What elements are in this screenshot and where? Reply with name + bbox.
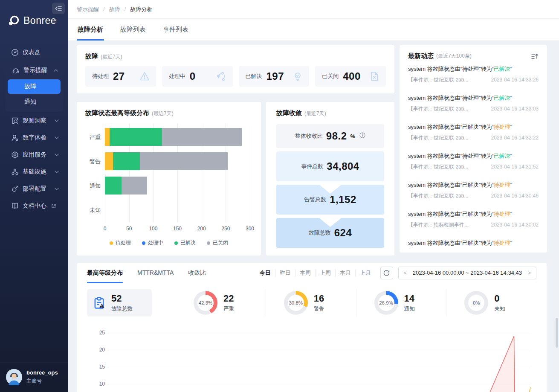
stat-label: 待处理 — [92, 73, 109, 80]
bar-stack[interactable] — [105, 177, 147, 195]
stat-tile-processing[interactable]: 处理中 0 — [162, 66, 233, 87]
sidebar-collapse-icon[interactable] — [52, 3, 65, 14]
card-subtitle: (最近7天100条) — [436, 52, 472, 60]
sidebar-item-app-service[interactable]: 应用服务 — [5, 147, 63, 163]
bar-segment-已解决[interactable] — [113, 152, 139, 170]
feed-status: 待处理 — [494, 211, 510, 217]
preset-this-month[interactable]: 本月 — [335, 269, 355, 277]
user-experience-icon — [11, 134, 19, 142]
feed-item[interactable]: system 将故障状态由“已解决”转为“待处理”【事件源：世纪互联-zab..… — [408, 181, 539, 199]
bar-segment-已关闭[interactable] — [162, 128, 242, 146]
avatar — [6, 369, 22, 385]
clipboard-alert-icon — [93, 296, 106, 310]
x-tick-label: 0 — [104, 226, 107, 232]
scrollbar-thumb[interactable] — [556, 318, 558, 348]
latest-activity-card: 最新动态 (最近7天100条) system 将故障状态由“待处理”转为“已解决… — [400, 45, 547, 253]
infrastructure-icon — [11, 168, 19, 176]
feed-text: system 将故障状态由“待处理”转为“已解决” — [408, 152, 539, 160]
sidebar-item-label: 观测洞察 — [23, 117, 46, 125]
sidebar-item-fault[interactable]: 故障 — [8, 79, 61, 94]
breadcrumb-item[interactable]: 故障 — [109, 6, 120, 13]
stat-tile-resolved[interactable]: 已解决 197 — [239, 66, 310, 87]
legend-item[interactable]: 待处理 — [110, 239, 131, 247]
severity-distribution-card: 故障状态最高等级分布(最近7天) 严重警告通知未知 05010015020025… — [77, 102, 261, 256]
feed-status: 已解决 — [494, 66, 510, 72]
legend-label: 待处理 — [116, 239, 131, 247]
funnel-row: 整体收敛比98.2% — [276, 124, 384, 148]
preset-this-week[interactable]: 本周 — [295, 269, 315, 277]
preset-last-month[interactable]: 上月 — [355, 269, 375, 277]
tab-event-list[interactable]: 事件列表 — [162, 19, 189, 41]
tab-fault-list[interactable]: 故障列表 — [119, 19, 147, 41]
bar-segment-已关闭[interactable] — [140, 152, 228, 170]
tab-fault-analysis[interactable]: 故障分析 — [77, 19, 104, 41]
observe-icon — [11, 117, 19, 125]
legend-item[interactable]: 已关闭 — [207, 239, 228, 247]
sidebar-item-docs[interactable]: 文档中心 — [5, 198, 63, 214]
refresh-icon — [383, 270, 390, 276]
chevron-right-icon[interactable]: > — [528, 270, 531, 276]
tab-top-severity[interactable]: 最高等级分布 — [87, 263, 123, 283]
legend-item[interactable]: 已解决 — [174, 239, 196, 247]
analysis-card: 最高等级分布 MTTR&MTTA 收敛比 今日 昨日 本周 上周 本月 上月 — [77, 263, 547, 392]
stat-text: 22严重 — [223, 293, 234, 313]
sidebar-item-observe[interactable]: 观测洞察 — [5, 113, 63, 129]
bar-row: 通知 — [105, 174, 250, 198]
feed-item[interactable]: system 将故障状态由“待处理”转为“已解决”【事件源：世纪互联-zab..… — [408, 152, 539, 170]
bar-stack[interactable] — [105, 152, 228, 170]
preset-last-week[interactable]: 上周 — [315, 269, 335, 277]
fault-summary-card: 故障(最近7天) 待处理 27 处理中 0 已解决 197 — [77, 45, 394, 93]
feed-time: 2023-04-16 14:33:03 — [491, 105, 539, 112]
donut-percent: 42.3% — [194, 291, 217, 315]
feed-item[interactable]: system 将故障状态由“待处理”转为“已解决”【事件源：世纪互联-zab..… — [408, 65, 539, 83]
feed-status: 已解决 — [494, 95, 510, 101]
stat-text: 16警告 — [314, 293, 324, 313]
tab-mttr-mtta[interactable]: MTTR&MTTA — [137, 263, 174, 283]
bar-segment-待处理[interactable] — [105, 152, 113, 170]
fault-total-label: 故障总数 — [111, 305, 133, 313]
bar-segment-已解决[interactable] — [110, 128, 162, 146]
sort-ascending-icon[interactable] — [531, 53, 539, 59]
card-subtitle: (最近7天) — [101, 54, 122, 60]
refresh-button[interactable] — [380, 267, 393, 279]
donut-percent: 0% — [464, 291, 488, 315]
date-range-picker[interactable]: < 2023-04-16 00:00:00 ~ 2023-04-16 14:34… — [398, 267, 536, 279]
x-tick-label: 250 — [221, 226, 230, 232]
legend-item[interactable]: 处理中 — [142, 239, 163, 247]
sidebar: Bonree 仪表盘 警示提醒 故障 通知 观测洞察 数字体验 — [0, 0, 68, 392]
preset-yesterday[interactable]: 昨日 — [275, 269, 295, 277]
sidebar-item-notice[interactable]: 通知 — [8, 95, 61, 109]
trend-line-chart: 25201510 — [95, 326, 535, 392]
feed-text: system 将故障状态由“已解决”转为“待处理” — [408, 123, 539, 131]
funnel-row: 事件总数34,804 — [276, 151, 384, 181]
bar-segment-已解决[interactable] — [105, 177, 122, 195]
feed-item[interactable]: system 将故障状态由“待处理”转为“已解决”【事件源：世纪互联-zab..… — [408, 94, 539, 112]
bar-segment-待处理[interactable] — [105, 128, 110, 146]
feed-item[interactable]: system 将故障状态由“已解决”转为“待处理”【事件源：指标检测事件...2… — [408, 210, 539, 228]
sidebar-item-digital-experience[interactable]: 数字体验 — [5, 130, 63, 146]
feed-meta: 【事件源：世纪互联-zab...2023-04-16 14:32:22 — [408, 134, 539, 141]
chevron-down-icon — [55, 136, 59, 139]
feed-item[interactable]: system 将故障状态由“已解决”转为“待处理” — [408, 239, 539, 247]
stat-tile-pending[interactable]: 待处理 27 — [85, 66, 156, 87]
sidebar-item-infrastructure[interactable]: 基础设施 — [5, 164, 63, 180]
feed-item[interactable]: system 将故障状态由“已解决”转为“待处理”【事件源：世纪互联-zab..… — [408, 123, 539, 141]
breadcrumb-separator: / — [103, 6, 105, 12]
donut-percent: 30.8% — [284, 291, 308, 315]
line-chart-canvas — [95, 326, 535, 392]
sidebar-item-dashboard[interactable]: 仪表盘 — [5, 44, 63, 61]
preset-today[interactable]: 今日 — [255, 269, 275, 277]
tab-convergence-ratio[interactable]: 收敛比 — [188, 263, 206, 283]
breadcrumb-item[interactable]: 警示提醒 — [77, 6, 99, 13]
info-icon[interactable] — [359, 132, 365, 140]
feed-list: system 将故障状态由“待处理”转为“已解决”【事件源：世纪互联-zab..… — [408, 65, 539, 247]
sidebar-item-alerts[interactable]: 警示提醒 — [6, 62, 62, 78]
stat-tile-closed[interactable]: 已关闭 400 — [315, 66, 386, 87]
bar-stack[interactable] — [105, 128, 242, 146]
user-panel[interactable]: bonree_ops 主账号 — [0, 363, 68, 392]
time-presets: 今日 昨日 本周 上周 本月 上月 — [255, 269, 375, 277]
chevron-left-icon[interactable]: < — [404, 270, 407, 276]
bar-segment-已关闭[interactable] — [122, 177, 147, 195]
sidebar-item-deploy-config[interactable]: 部署配置 — [5, 181, 63, 197]
stat-label: 已关闭 — [322, 73, 339, 80]
